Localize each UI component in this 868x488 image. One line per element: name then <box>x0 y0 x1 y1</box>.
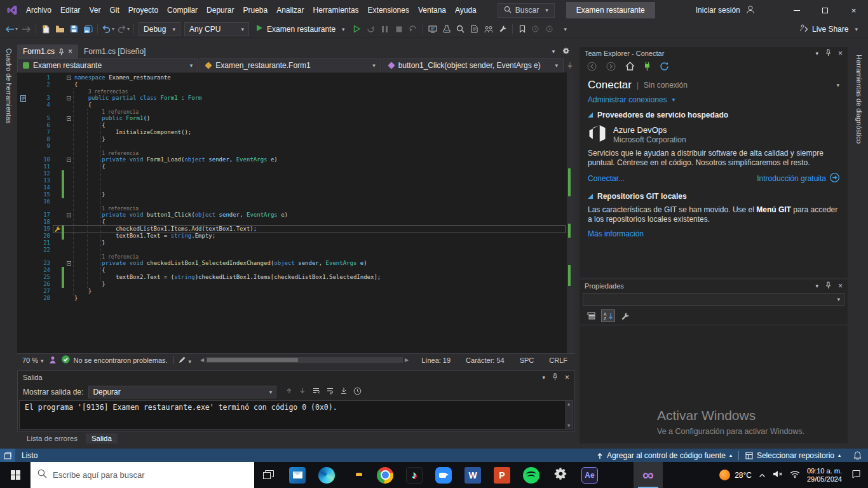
taskbar-file-explorer-button[interactable] <box>341 462 370 488</box>
menu-ventana[interactable]: Ventana <box>414 0 451 20</box>
background-tasks-icon[interactable] <box>0 449 15 462</box>
chevron-down-icon[interactable]: ▾ <box>542 374 545 381</box>
spaces-indicator[interactable]: SPC <box>520 356 534 364</box>
connections-plug-icon[interactable] <box>644 62 650 73</box>
minimize-button[interactable] <box>782 0 811 20</box>
back-icon[interactable]: ▾ <box>4 22 19 37</box>
codelens-label[interactable]: 1 referencia <box>102 109 139 115</box>
code-line-8[interactable]: 8} <box>17 136 575 143</box>
save-icon[interactable] <box>67 22 81 37</box>
notifications-bell-icon[interactable] <box>847 451 868 460</box>
navigate-backward-icon[interactable] <box>529 22 543 37</box>
home-icon[interactable] <box>625 62 635 72</box>
code-line-5[interactable]: 5public Form1() <box>17 115 575 122</box>
clear-all-icon[interactable] <box>312 387 320 396</box>
fold-marker[interactable] <box>67 115 74 122</box>
codelens-row[interactable]: 1 referencia <box>17 205 575 212</box>
code-line-20[interactable]: 20textBox1.Text = string.Empty; <box>17 233 575 240</box>
attach-process-icon[interactable] <box>426 22 440 37</box>
history-icon[interactable] <box>353 387 362 397</box>
fold-marker[interactable] <box>67 156 74 163</box>
zoom-dropdown[interactable]: 70 %▾ <box>22 356 44 364</box>
fold-marker[interactable] <box>67 95 74 102</box>
forward-icon[interactable] <box>19 22 33 37</box>
open-file-icon[interactable] <box>53 22 67 37</box>
codelens-label[interactable]: 1 referencia <box>102 254 139 260</box>
code-line-19[interactable]: 19checkedListBox1.Items.Add(textBox1.Tex… <box>17 226 575 233</box>
code-line-3[interactable]: 3public partial class Form1 : Form <box>17 95 575 102</box>
chevron-down-icon[interactable]: ▾ <box>815 50 818 57</box>
taskbar-chrome-button[interactable] <box>370 462 400 488</box>
output-scrollbar[interactable]: ▲▼ <box>565 401 573 429</box>
taskbar-spotify-button[interactable] <box>517 462 546 488</box>
editor-vertical-scrollbar[interactable] <box>567 72 575 353</box>
taskbar-word-button[interactable]: W <box>458 462 487 488</box>
menu-git[interactable]: Git <box>105 0 123 20</box>
pin-icon[interactable] <box>825 49 831 57</box>
add-to-source-control-button[interactable]: Agregar al control de código fuente ▴ <box>590 451 738 460</box>
codelens-row[interactable]: 1 referencia <box>17 150 575 156</box>
project-dropdown[interactable]: Examen restaurante ▾ <box>17 58 198 72</box>
close-icon[interactable]: × <box>838 49 843 58</box>
output-text[interactable]: El programa '[9136] Examen restaurante.e… <box>19 400 573 430</box>
code-line-14[interactable]: 14 <box>17 184 575 191</box>
weather-widget[interactable]: 28°C <box>719 470 752 480</box>
taskbar-vscode-button[interactable] <box>604 462 634 488</box>
code-line-13[interactable]: 13 <box>17 177 575 184</box>
member-dropdown[interactable]: button1_Click(object sender, EventArgs e… <box>383 58 564 72</box>
action-center-icon[interactable] <box>849 470 864 480</box>
taskbar-tiktok-button[interactable]: ♪ <box>400 462 429 488</box>
scroll-thumb[interactable] <box>207 358 298 362</box>
menu-analizar[interactable]: Analizar <box>272 0 308 20</box>
health-indicator[interactable]: No se encontraron problemas. <box>62 355 168 365</box>
code-line-28[interactable]: 28} <box>17 295 575 302</box>
document-list-chevron-icon[interactable]: ▼ <box>551 49 556 55</box>
property-pages-icon[interactable] <box>618 309 632 322</box>
start-button[interactable] <box>0 462 31 488</box>
output-source-dropdown[interactable]: Depurar ▾ <box>88 386 276 398</box>
hot-reload-icon[interactable] <box>364 22 378 37</box>
editor-horizontal-scrollbar[interactable]: ◀ ▶ <box>200 356 409 364</box>
code-line-18[interactable]: 18{ <box>17 219 575 226</box>
chevron-down-icon[interactable]: ▾ <box>815 283 818 289</box>
solution-platforms-dropdown[interactable]: Any CPU▾ <box>184 22 249 36</box>
close-button[interactable]: × <box>839 0 868 20</box>
diagnostics-side-tab[interactable]: Herramientas de diagnóstico <box>850 44 868 449</box>
taskbar-search[interactable] <box>31 462 254 488</box>
sign-in-button[interactable]: Iniciar sesión <box>696 5 755 16</box>
menu-editar[interactable]: Editar <box>56 0 85 20</box>
fold-marker[interactable] <box>67 212 74 219</box>
scroll-left-icon[interactable]: ◀ <box>200 357 204 363</box>
manage-connections-link[interactable]: Administrar conexiones ▾ <box>588 95 839 104</box>
menu-extensiones[interactable]: Extensiones <box>363 0 414 20</box>
menu-compilar[interactable]: Compilar <box>163 0 202 20</box>
undo-icon[interactable]: ▾ <box>100 22 116 37</box>
taskbar-after-effects-button[interactable]: Ae <box>575 462 604 488</box>
editor-splitter-icon[interactable]: ╪ <box>565 58 575 72</box>
close-tab-icon[interactable]: × <box>68 47 72 56</box>
tab-lista-de-errores[interactable]: Lista de errores <box>21 433 83 444</box>
maximize-button[interactable] <box>811 0 839 20</box>
autoscroll-icon[interactable] <box>340 387 348 396</box>
codelens-label[interactable]: 1 referencia <box>102 206 139 212</box>
menu-archivo[interactable]: Archivo <box>22 0 56 20</box>
toolbar-overflow-icon[interactable]: ▾ <box>557 22 571 37</box>
codelens-label[interactable]: 1 referencia <box>102 151 139 156</box>
bookmark-icon[interactable] <box>515 22 529 37</box>
edit-tracking-icon[interactable]: ▾ <box>179 356 192 365</box>
code-line-12[interactable]: 12 <box>17 170 575 177</box>
code-line-9[interactable]: 9 <box>17 143 575 150</box>
categorized-icon[interactable] <box>584 309 598 322</box>
close-icon[interactable]: × <box>838 281 843 290</box>
menu-prueba[interactable]: Prueba <box>238 0 272 20</box>
select-repository-button[interactable]: Seleccionar repositorio ▴ <box>739 451 847 460</box>
taskbar-powerpoint-button[interactable]: P <box>487 462 517 488</box>
new-file-icon[interactable] <box>39 22 53 37</box>
tab-salida[interactable]: Salida <box>86 433 118 444</box>
scroll-right-icon[interactable]: ▶ <box>405 357 409 363</box>
quick-search-box[interactable]: Buscar ▾ <box>498 3 555 18</box>
connect-link[interactable]: Conectar... <box>588 174 625 183</box>
taskbar-mail-button[interactable] <box>283 462 312 488</box>
code-line-17[interactable]: 17private void button1_Click(object send… <box>17 212 575 219</box>
code-line-25[interactable]: 25textBox2.Text = (string)checkedListBox… <box>17 274 575 281</box>
